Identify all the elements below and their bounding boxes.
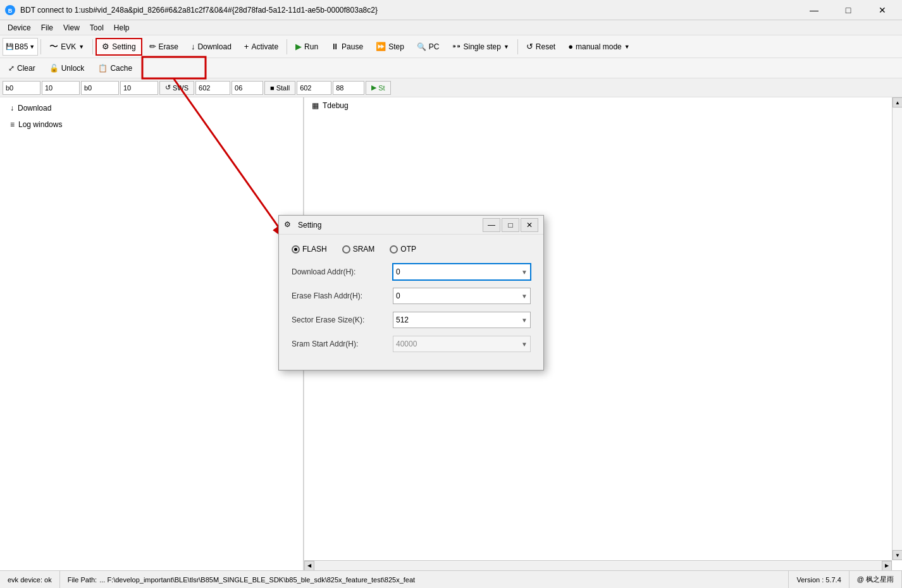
dialog-close-button[interactable]: ✕ bbox=[521, 218, 538, 232]
clear-icon: ⤢ bbox=[8, 64, 15, 73]
reg-field-1[interactable] bbox=[3, 81, 40, 95]
minimize-button[interactable]: — bbox=[800, 0, 829, 20]
toolbar1: 💾 B85 ▼ 〜 EVK ▼ ⚙ Setting ✏ Erase ↓ Down… bbox=[0, 35, 902, 58]
singlestep-button[interactable]: ⁍⁍ Single step ▼ bbox=[447, 38, 515, 56]
log-icon: ≡ bbox=[10, 120, 15, 129]
dialog-minimize-button[interactable]: — bbox=[483, 218, 500, 232]
sram-start-value: 40000 bbox=[396, 340, 521, 348]
setting-dialog[interactable]: ⚙ Setting — □ ✕ FLASH SRAM OTP bbox=[278, 215, 544, 371]
sector-size-combo[interactable]: 512 ▼ bbox=[393, 312, 531, 328]
reg-field-4[interactable] bbox=[120, 81, 158, 95]
sram-start-label: Sram Start Addr(H): bbox=[292, 340, 393, 348]
download-menu-icon: ↓ bbox=[10, 104, 14, 113]
file-path-label: File Path: bbox=[68, 576, 97, 584]
tdebug-label: Tdebug bbox=[323, 101, 349, 110]
tdebug-menu-item[interactable]: ▦ Tdebug bbox=[304, 97, 902, 114]
register-bar: ↺ SWS ■ Stall ▶ St bbox=[0, 78, 902, 97]
menu-device[interactable]: Device bbox=[3, 22, 36, 34]
sram-start-row: Sram Start Addr(H): 40000 ▼ bbox=[292, 336, 531, 352]
download-toolbar-button[interactable]: ↓ Download bbox=[185, 38, 237, 56]
scroll-up-button[interactable]: ▲ bbox=[893, 97, 902, 107]
svg-text:B: B bbox=[8, 8, 13, 14]
user-text: @ 枫之星雨 bbox=[857, 575, 894, 584]
singlestep-icon: ⁍⁍ bbox=[452, 42, 461, 51]
setting-label: Setting bbox=[112, 42, 135, 51]
dialog-maximize-button[interactable]: □ bbox=[502, 218, 519, 232]
app-icon: B bbox=[5, 5, 15, 15]
menu-tool[interactable]: Tool bbox=[85, 22, 109, 34]
erase-button[interactable]: ✏ Erase bbox=[144, 38, 184, 56]
sector-size-row: Sector Erase Size(K): 512 ▼ bbox=[292, 312, 531, 328]
scroll-track[interactable] bbox=[893, 107, 902, 550]
unlock-button[interactable]: 🔓 Unlock bbox=[44, 59, 90, 77]
erase-addr-combo[interactable]: 0 ▼ bbox=[393, 288, 531, 304]
chip-label: B85 bbox=[15, 42, 28, 51]
scroll-down-button[interactable]: ▼ bbox=[893, 550, 902, 560]
sram-start-combo: 40000 ▼ bbox=[393, 336, 531, 352]
radio-flash[interactable]: FLASH bbox=[292, 245, 327, 254]
setting-button[interactable]: ⚙ Setting bbox=[96, 38, 142, 56]
maximize-button[interactable]: □ bbox=[834, 0, 863, 20]
download-menu-item[interactable]: ↓ Download bbox=[3, 100, 300, 116]
scroll-left-button[interactable]: ◀ bbox=[304, 561, 314, 571]
clear-button[interactable]: ⤢ Clear bbox=[3, 59, 41, 77]
close-button[interactable]: ✕ bbox=[868, 0, 897, 20]
evk-status: evk device: ok bbox=[0, 571, 60, 588]
reg-field-2[interactable] bbox=[42, 81, 80, 95]
reset-button[interactable]: ↺ Reset bbox=[521, 38, 561, 56]
singlestep-arrow-icon: ▼ bbox=[504, 44, 509, 50]
menu-file[interactable]: File bbox=[36, 22, 58, 34]
run-label: Run bbox=[304, 42, 318, 51]
step-button[interactable]: ⏩ Step bbox=[370, 38, 410, 56]
erase-addr-label: Erase Flash Addr(H): bbox=[292, 291, 393, 300]
reg-val-3[interactable] bbox=[297, 81, 331, 95]
radio-sram[interactable]: SRAM bbox=[342, 245, 375, 254]
left-panel-menu: ↓ Download ≡ Log windows bbox=[0, 97, 303, 135]
evk-button[interactable]: 〜 EVK ▼ bbox=[44, 38, 90, 56]
menu-help[interactable]: Help bbox=[109, 22, 135, 34]
sws-button[interactable]: ↺ SWS bbox=[159, 81, 194, 95]
pause-icon: ⏸ bbox=[331, 42, 339, 51]
radio-otp-label: OTP bbox=[400, 245, 416, 254]
pc-button[interactable]: 🔍 PC bbox=[411, 38, 445, 56]
erase-label: Erase bbox=[159, 42, 178, 51]
erase-addr-row: Erase Flash Addr(H): 0 ▼ bbox=[292, 288, 531, 304]
toolbar2: ⤢ Clear 🔓 Unlock 📋 Cache bbox=[0, 58, 902, 78]
cache-button[interactable]: 📋 Cache bbox=[92, 59, 138, 77]
run-button[interactable]: ▶ Run bbox=[290, 38, 324, 56]
stall-label: Stall bbox=[276, 84, 290, 92]
tdebug-icon: ▦ bbox=[312, 101, 319, 110]
radio-flash-label: FLASH bbox=[302, 245, 327, 254]
menu-view[interactable]: View bbox=[58, 22, 85, 34]
reset-icon: ↺ bbox=[526, 42, 533, 51]
sws-icon: ↺ bbox=[165, 83, 171, 92]
download-addr-combo[interactable]: 0 ▼ bbox=[393, 264, 531, 280]
log-label: Log windows bbox=[18, 120, 62, 129]
activate-button[interactable]: + Activate bbox=[238, 38, 284, 56]
sector-size-label: Sector Erase Size(K): bbox=[292, 315, 393, 324]
stall-button[interactable]: ■ Stall bbox=[264, 81, 295, 95]
scroll-right-button[interactable]: ▶ bbox=[882, 561, 892, 571]
reg-field-3[interactable] bbox=[81, 81, 119, 95]
reset-label: Reset bbox=[536, 42, 555, 51]
radio-flash-circle bbox=[292, 245, 300, 254]
manualmode-arrow-icon: ▼ bbox=[624, 44, 630, 50]
chip-selector[interactable]: 💾 B85 ▼ bbox=[3, 38, 38, 56]
reg-val-2[interactable] bbox=[232, 81, 263, 95]
sector-size-value: 512 bbox=[396, 315, 521, 324]
start-button[interactable]: ▶ St bbox=[366, 81, 390, 95]
version-seg: Version : 5.7.4 bbox=[789, 571, 849, 588]
radio-otp[interactable]: OTP bbox=[390, 245, 416, 254]
erase-icon: ✏ bbox=[149, 42, 156, 51]
pause-button[interactable]: ⏸ Pause bbox=[325, 38, 369, 56]
reg-val-1[interactable] bbox=[195, 81, 230, 95]
reg-val-4[interactable] bbox=[333, 81, 364, 95]
log-menu-item[interactable]: ≡ Log windows bbox=[3, 116, 300, 133]
sector-size-arrow-icon: ▼ bbox=[521, 317, 528, 324]
window-title: BDT connect to 1:usb#vid_248a&pid_8266#6… bbox=[20, 6, 800, 15]
manualmode-button[interactable]: ● manual mode ▼ bbox=[562, 38, 636, 56]
erase-addr-value: 0 bbox=[396, 291, 521, 300]
status-bar: evk device: ok File Path: ... F:\develop… bbox=[0, 570, 902, 588]
stall-icon: ■ bbox=[270, 84, 275, 92]
setting-gear-icon: ⚙ bbox=[102, 42, 109, 51]
